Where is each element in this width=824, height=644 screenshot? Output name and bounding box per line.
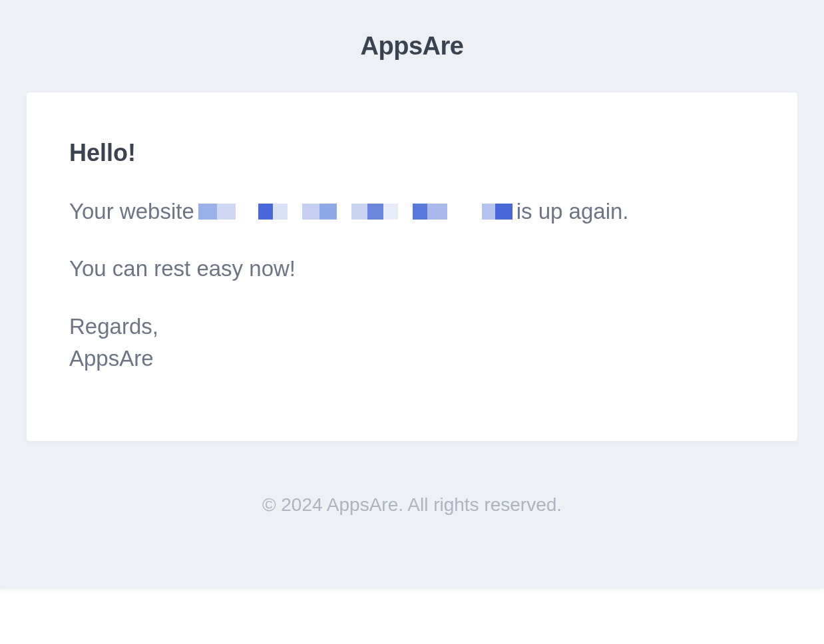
greeting-heading: Hello! [69,139,755,167]
signature-name: AppsAre [69,343,755,375]
copyright-text: © 2024 AppsAre. All rights reserved. [0,494,824,516]
status-suffix: is up again. [516,196,629,227]
email-card: Hello! Your website [27,92,797,441]
redacted-url [198,204,513,220]
email-header: AppsAre [0,0,824,92]
signature-regards: Regards, [69,311,755,343]
status-line: Your website [69,196,755,227]
email-footer: © 2024 AppsAre. All rights reserved. [0,441,824,589]
signature-block: Regards, AppsAre [69,311,755,375]
reassurance-line: You can rest easy now! [69,253,755,284]
status-prefix: Your website [69,196,194,227]
email-container: AppsAre Hello! Your website [0,0,824,589]
brand-title: AppsAre [0,32,824,61]
